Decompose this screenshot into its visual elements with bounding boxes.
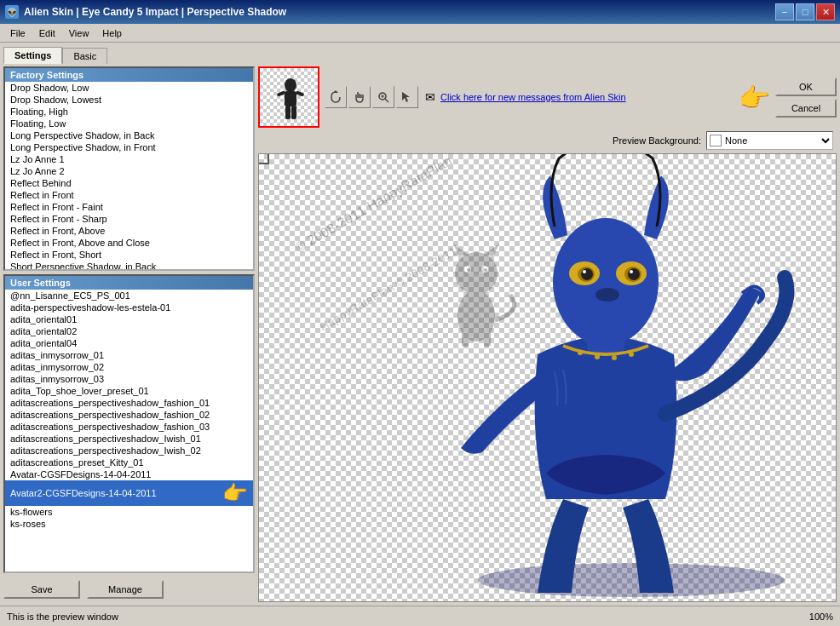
factory-settings-section: Factory Settings Drop Shadow, Low Drop S… [3,66,255,271]
title-bar: 👽 Alien Skin | Eye Candy 5 Impact | Pers… [0,0,840,24]
menu-help[interactable]: Help [95,26,129,40]
svg-point-0 [285,78,296,92]
zoom-level: 100% [809,612,833,622]
toolbar-tools [325,86,418,108]
list-item[interactable]: adita_oriental01 [5,313,253,325]
list-item[interactable]: Reflect in Front - Sharp [5,213,253,225]
list-item[interactable]: Lz Jo Anne 1 [5,153,253,165]
thumbnail-preview [258,66,319,128]
list-item[interactable]: aditas_inmysorrow_02 [5,361,253,373]
svg-marker-6 [333,90,338,93]
list-item[interactable]: Short Perspective Shadow, in Back [5,261,253,269]
tool-select[interactable] [396,86,418,108]
svg-point-35 [595,354,600,359]
status-message: This is the preview window [7,612,118,622]
user-settings-section: User Settings @nn_Lisanne_EC5_PS_001 adi… [3,274,255,573]
list-item[interactable]: aditascreations_preset_Kitty_01 [5,457,253,468]
tool-rotate[interactable] [325,86,347,108]
list-item[interactable]: Long Perspective Shadow, in Front [5,141,253,153]
content-area: Factory Settings Drop Shadow, Low Drop S… [3,66,837,602]
list-item[interactable]: aditascreations_perspectiveshadow_Iwish_… [5,433,253,445]
list-item[interactable]: Reflect in Front, Above and Close [5,237,253,249]
preview-bg-label: Preview Background: [613,135,701,146]
cancel-button[interactable]: Cancel [775,99,837,118]
tab-settings[interactable]: Settings [3,47,62,64]
svg-point-30 [628,268,640,280]
list-item[interactable]: Floating, High [5,106,253,118]
svg-point-24 [553,218,659,346]
close-button[interactable]: ✕ [816,3,835,20]
ok-button[interactable]: OK [775,78,837,96]
list-item[interactable]: Long Perspective Shadow, in Back [5,129,253,141]
envelope-icon: ✉ [425,90,435,104]
user-settings-header: User Settings [5,276,253,290]
svg-point-29 [581,268,593,280]
manage-button[interactable]: Manage [87,580,164,599]
right-panel: ✉ Click here for new messages from Alien… [258,66,837,602]
menu-bar: File Edit View Help [0,24,840,43]
list-item[interactable]: Reflect Behind [5,177,253,189]
button-row: Save Manage [3,577,255,602]
ok-cancel-area: 👉 OK Cancel [739,78,837,118]
title-text: Alien Skin | Eye Candy 5 Impact | Perspe… [24,6,286,18]
status-bar: This is the preview window 100% [0,606,840,626]
list-item[interactable]: Reflect in Front - Faint [5,201,253,213]
tabs: Settings Basic [3,46,837,63]
menu-edit[interactable]: Edit [32,26,62,40]
preview-bg-row: Preview Background: None Black White Cus… [258,131,837,150]
list-item[interactable]: adita_oriental04 [5,337,253,349]
list-item[interactable]: adita-perspectiveshadow-les-estela-01 [5,302,253,313]
tab-basic[interactable]: Basic [62,48,107,64]
menu-file[interactable]: File [3,26,32,40]
list-item[interactable]: aditascreations_perspectiveshadow_fashio… [5,421,253,433]
list-item[interactable]: Lz Jo Anne 2 [5,165,253,177]
preview-bg-select[interactable]: None Black White Custom [722,132,832,149]
list-item[interactable]: aditascreations_perspectiveshadow_Iwish_… [5,445,253,457]
maximize-button[interactable]: □ [796,3,814,20]
list-item[interactable]: ks-roses [5,518,253,530]
svg-rect-2 [277,90,286,96]
list-item[interactable]: Reflect in Front [5,189,253,201]
list-item[interactable]: Drop Shadow, Low [5,82,253,94]
list-item[interactable]: @nn_Lisanne_EC5_PS_001 [5,290,253,302]
list-item[interactable]: aditas_inmysorrow_03 [5,373,253,385]
tool-zoom[interactable] [372,86,394,108]
list-item[interactable]: Reflect in Front, Short [5,249,253,261]
svg-rect-3 [296,90,305,96]
list-item[interactable]: aditas_inmysorrow_01 [5,349,253,361]
list-item[interactable]: adita_Top_shoe_lover_preset_01 [5,385,253,397]
svg-rect-1 [285,91,296,106]
user-settings-list[interactable]: @nn_Lisanne_EC5_PS_001 adita-perspective… [5,290,253,571]
list-item[interactable]: Drop Shadow, Lowest [5,94,253,106]
preview-bg-color-swatch [710,135,722,146]
avatar-figure [376,153,836,601]
list-item[interactable]: ks-flowers [5,506,253,518]
svg-rect-4 [285,106,291,119]
svg-point-34 [578,350,583,355]
list-item[interactable]: Floating, Low [5,118,253,129]
minimize-button[interactable]: − [775,3,794,20]
tool-hand[interactable] [348,86,371,108]
top-bar: ✉ Click here for new messages from Alien… [258,66,837,128]
ok-hand-icon: 👉 [739,83,770,112]
resize-handle[interactable] [259,154,269,164]
svg-line-8 [385,99,388,102]
list-item[interactable]: Reflect in Front, Above [5,225,253,237]
main-window: Settings Basic Factory Settings Drop Sha… [0,43,840,606]
svg-point-36 [612,355,617,360]
list-item-selected[interactable]: Avatar2-CGSFDesigns-14-04-2011 👉 [5,480,253,506]
list-item[interactable]: Avatar-CGSFDesigns-14-04-2011 [5,468,253,480]
factory-settings-list[interactable]: Drop Shadow, Low Drop Shadow, Lowest Flo… [5,82,253,269]
preview-canvas: © 2008-2011 HappyRataPlan HappyRataPlan … [258,153,837,602]
factory-settings-header: Factory Settings [5,68,253,82]
save-button[interactable]: Save [3,580,80,599]
menu-view[interactable]: View [62,26,96,40]
pointing-hand-icon: 👉 [222,481,248,505]
app-icon: 👽 [5,5,19,19]
alien-skin-message-link[interactable]: Click here for new messages from Alien S… [440,92,626,102]
left-panel: Factory Settings Drop Shadow, Low Drop S… [3,66,255,602]
list-item[interactable]: aditascreations_perspectiveshadow_fashio… [5,397,253,409]
list-item[interactable]: aditascreations_perspectiveshadow_fashio… [5,409,253,421]
svg-rect-5 [291,106,296,119]
list-item[interactable]: adita_oriental02 [5,325,253,337]
